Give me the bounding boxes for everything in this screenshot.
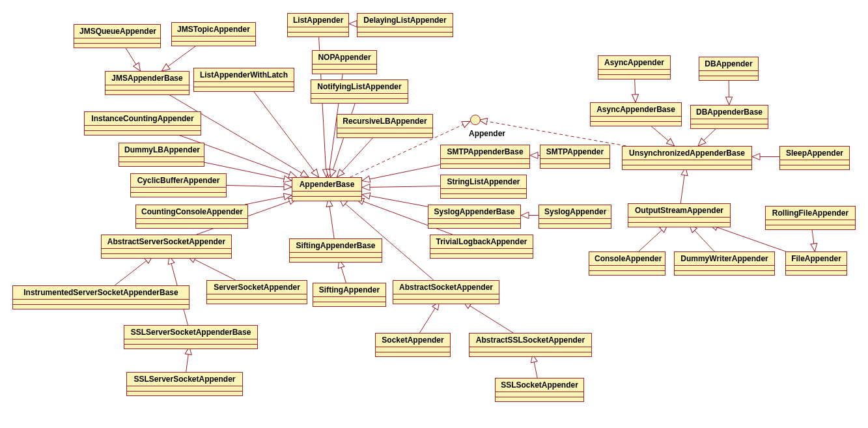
class-name: DBAppenderBase <box>691 106 768 119</box>
svg-line-20 <box>362 186 440 188</box>
class-name: NOPAppender <box>313 51 376 64</box>
class-JMSAppenderBase: JMSAppenderBase <box>105 71 189 95</box>
class-AppenderBase: AppenderBase <box>292 177 362 201</box>
class-SSLServerSocketAppender: SSLServerSocketAppender <box>126 372 243 396</box>
class-name: InstrumentedServerSocketAppenderBase <box>13 286 189 300</box>
class-name: SSLServerSocketAppender <box>127 373 242 386</box>
class-DBAppender: DBAppender <box>699 57 759 81</box>
class-name: UnsynchronizedAppenderBase <box>623 147 751 160</box>
class-CyclicBufferAppender: CyclicBufferAppender <box>130 173 227 197</box>
class-DelayingListAppender: DelayingListAppender <box>357 13 453 37</box>
appender-interface-label: Appender <box>469 129 505 138</box>
class-SleepAppender: SleepAppender <box>779 146 850 170</box>
svg-line-27 <box>680 167 686 203</box>
svg-line-25 <box>698 126 718 146</box>
class-name: AbstractServerSocketAppender <box>102 235 231 249</box>
svg-line-39 <box>533 354 537 378</box>
class-DummyLBAppender: DummyLBAppender <box>119 143 204 167</box>
class-name: SiftingAppender <box>313 283 385 297</box>
class-ServerSocketAppender: ServerSocketAppender <box>206 280 307 304</box>
class-name: SleepAppender <box>780 147 849 160</box>
class-name: DummyLBAppender <box>119 143 204 157</box>
class-SSLSocketAppender: SSLSocketAppender <box>495 378 584 402</box>
class-AsyncAppender: AsyncAppender <box>598 55 671 79</box>
class-name: NotifyingListAppender <box>311 80 408 94</box>
class-name: ListAppenderWithLatch <box>194 68 294 82</box>
svg-line-1 <box>161 44 199 71</box>
class-AbstractSocketAppender: AbstractSocketAppender <box>393 280 499 304</box>
svg-line-3 <box>635 77 636 102</box>
class-JMSTopicAppender: JMSTopicAppender <box>171 22 256 46</box>
svg-line-33 <box>188 256 235 280</box>
svg-line-35 <box>186 347 189 372</box>
svg-line-19 <box>362 195 428 207</box>
svg-line-21 <box>362 165 440 181</box>
class-name: RecursiveLBAppender <box>337 115 432 128</box>
class-name: TrivialLogbackAppender <box>430 235 533 249</box>
class-name: SSLServerSocketAppenderBase <box>124 326 257 339</box>
svg-line-4 <box>729 78 729 105</box>
class-TrivialLogbackAppender: TrivialLogbackAppender <box>430 235 533 259</box>
class-RollingFileAppender: RollingFileAppender <box>765 206 856 230</box>
class-InstrumentedServerSocketAppenderBase: InstrumentedServerSocketAppenderBase <box>12 285 189 309</box>
class-DBAppenderBase: DBAppenderBase <box>690 105 768 129</box>
class-name: SyslogAppender <box>539 205 611 219</box>
class-name: OutputStreamAppender <box>628 204 730 218</box>
class-name: StringListAppender <box>441 175 526 189</box>
class-SyslogAppender: SyslogAppender <box>539 205 611 229</box>
class-SSLServerSocketAppenderBase: SSLServerSocketAppenderBase <box>124 325 258 349</box>
svg-line-6 <box>252 89 318 177</box>
svg-line-38 <box>463 302 513 333</box>
svg-line-31 <box>812 227 815 251</box>
svg-line-0 <box>124 46 141 71</box>
class-AbstractServerSocketAppender: AbstractServerSocketAppender <box>101 235 232 259</box>
class-name: AbstractSocketAppender <box>393 281 499 294</box>
class-name: AsyncAppenderBase <box>591 103 681 117</box>
svg-line-9 <box>331 101 356 177</box>
class-name: SyslogAppenderBase <box>428 205 520 219</box>
class-InstanceCountingAppender: InstanceCountingAppender <box>84 111 201 136</box>
class-OutputStreamAppender: OutputStreamAppender <box>628 203 731 227</box>
svg-line-32 <box>115 256 152 285</box>
class-ConsoleAppender: ConsoleAppender <box>589 251 665 276</box>
class-NOPAppender: NOPAppender <box>312 50 377 74</box>
class-name: ServerSocketAppender <box>207 281 307 294</box>
class-name: AsyncAppender <box>598 56 670 70</box>
class-SiftingAppenderBase: SiftingAppenderBase <box>289 238 382 263</box>
class-DummyWriterAppender: DummyWriterAppender <box>674 251 775 276</box>
svg-line-14 <box>245 195 292 205</box>
class-name: JMSQueueAppender <box>74 25 160 38</box>
class-AbstractSSLSocketAppender: AbstractSSLSocketAppender <box>469 333 592 357</box>
class-CountingConsoleAppender: CountingConsoleAppender <box>135 205 248 229</box>
class-ListAppenderWithLatch: ListAppenderWithLatch <box>193 68 294 92</box>
class-AsyncAppenderBase: AsyncAppenderBase <box>590 102 682 126</box>
class-name: SMTPAppender <box>540 145 609 159</box>
svg-line-13 <box>227 185 292 187</box>
svg-line-11 <box>337 136 375 177</box>
class-SyslogAppenderBase: SyslogAppenderBase <box>428 205 521 229</box>
svg-line-28 <box>639 225 667 251</box>
class-name: DBAppender <box>699 57 758 71</box>
class-SMTPAppender: SMTPAppender <box>540 145 610 169</box>
class-name: DummyWriterAppender <box>675 252 774 266</box>
class-name: SSLSocketAppender <box>496 378 583 392</box>
class-name: FileAppender <box>786 252 847 266</box>
class-name: SiftingAppenderBase <box>290 239 382 253</box>
class-name: CountingConsoleAppender <box>136 205 247 219</box>
class-name: AbstractSSLSocketAppender <box>469 334 591 347</box>
class-SocketAppender: SocketAppender <box>375 333 451 357</box>
svg-line-16 <box>328 199 334 238</box>
class-StringListAppender: StringListAppender <box>440 175 527 199</box>
appender-interface-lollipop <box>470 115 481 125</box>
class-name: CyclicBufferAppender <box>131 174 226 188</box>
class-FileAppender: FileAppender <box>785 251 847 276</box>
class-NotifyingListAppender: NotifyingListAppender <box>311 79 408 104</box>
svg-line-36 <box>339 260 346 283</box>
class-UnsynchronizedAppenderBase: UnsynchronizedAppenderBase <box>622 146 752 170</box>
class-name: RollingFileAppender <box>766 207 855 220</box>
class-name: SocketAppender <box>376 334 450 347</box>
class-JMSQueueAppender: JMSQueueAppender <box>74 24 161 48</box>
class-name: JMSAppenderBase <box>105 72 189 85</box>
svg-line-37 <box>419 302 439 333</box>
class-SiftingAppender: SiftingAppender <box>313 283 386 307</box>
